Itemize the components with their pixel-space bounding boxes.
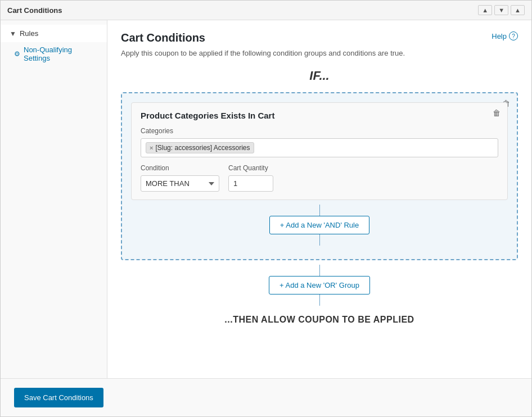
cart-quantity-input[interactable] — [228, 175, 273, 192]
page-title: Cart Conditions — [121, 31, 205, 44]
cart-quantity-field-group: Cart Quantity — [228, 164, 273, 192]
if-label: IF... — [121, 69, 518, 83]
add-or-group-btn[interactable]: + Add a New 'OR' Group — [269, 276, 370, 294]
main-window: Cart Conditions ▲ ▼ ▲ ▼ Rules ⚙ Non-Qual… — [0, 0, 532, 417]
connector-line-bottom — [319, 234, 320, 246]
or-group-section: + Add a New 'OR' Group ...THEN ALLOW COU… — [121, 260, 518, 325]
gear-icon: ⚙ — [14, 50, 20, 58]
inline-fields: Condition MORE THAN LESS THAN EQUAL TO A… — [141, 164, 498, 192]
or-connector: + Add a New 'OR' Group — [269, 260, 370, 310]
sidebar: ▼ Rules ⚙ Non-Qualifying Settings — [1, 20, 107, 378]
connector-line-top — [319, 205, 320, 216]
and-connector: + Add a New 'AND' Rule — [131, 200, 508, 250]
filter-icon: ▼ — [10, 30, 16, 38]
categories-input[interactable]: × [Slug: accessories] Accessories — [141, 138, 498, 157]
sidebar-item-nonqualifying[interactable]: ⚙ Non-Qualifying Settings — [1, 42, 107, 66]
description-text: Apply this coupon to be applied if the f… — [121, 49, 518, 57]
main-layout: ▼ Rules ⚙ Non-Qualifying Settings Cart C… — [1, 20, 531, 378]
window-title: Cart Conditions — [7, 6, 62, 15]
add-and-rule-btn[interactable]: + Add a New 'AND' Rule — [269, 216, 369, 234]
expand-down-btn[interactable]: ▼ — [494, 5, 508, 15]
content-header: Cart Conditions Help ? — [121, 31, 518, 44]
then-label: ...THEN ALLOW COUPON TO BE APPLIED — [224, 315, 414, 325]
collapse-btn[interactable]: ▲ — [478, 5, 492, 15]
tag-value: [Slug: accessories] Accessories — [155, 144, 250, 152]
footer: Save Cart Conditions — [1, 378, 531, 416]
save-cart-conditions-btn[interactable]: Save Cart Conditions — [14, 388, 103, 407]
help-icon: ? — [509, 31, 518, 40]
condition-field-label: Condition — [141, 164, 219, 172]
cart-quantity-label: Cart Quantity — [228, 164, 273, 172]
sidebar-rules-label: Rules — [20, 29, 38, 38]
title-bar: Cart Conditions ▲ ▼ ▲ — [1, 1, 531, 20]
condition-select[interactable]: MORE THAN LESS THAN EQUAL TO AT LEAST AT… — [141, 175, 219, 192]
or-connector-line-bottom — [319, 294, 320, 306]
sidebar-item-rules[interactable]: ▼ Rules — [1, 25, 107, 42]
sidebar-nonqualifying-label: Non-Qualifying Settings — [24, 46, 98, 62]
or-connector-line-top — [319, 265, 320, 276]
title-bar-controls: ▲ ▼ ▲ — [478, 5, 525, 15]
content-area: Cart Conditions Help ? Apply this coupon… — [107, 20, 531, 378]
condition-title: Product Categories Exists In Cart — [141, 111, 498, 120]
condition-group-outer: 🗑 🗑 Product Categories Exists In Cart Ca… — [121, 92, 518, 260]
category-tag: × [Slug: accessories] Accessories — [146, 142, 254, 153]
condition-delete-btn[interactable]: 🗑 — [490, 107, 503, 119]
fullscreen-btn[interactable]: ▲ — [511, 5, 525, 15]
help-link[interactable]: Help ? — [492, 31, 518, 40]
condition-field-group: Condition MORE THAN LESS THAN EQUAL TO A… — [141, 164, 219, 192]
tag-remove-btn[interactable]: × — [150, 144, 153, 151]
categories-label: Categories — [141, 127, 498, 135]
help-label: Help — [492, 32, 507, 40]
condition-card: 🗑 Product Categories Exists In Cart Cate… — [131, 102, 508, 200]
